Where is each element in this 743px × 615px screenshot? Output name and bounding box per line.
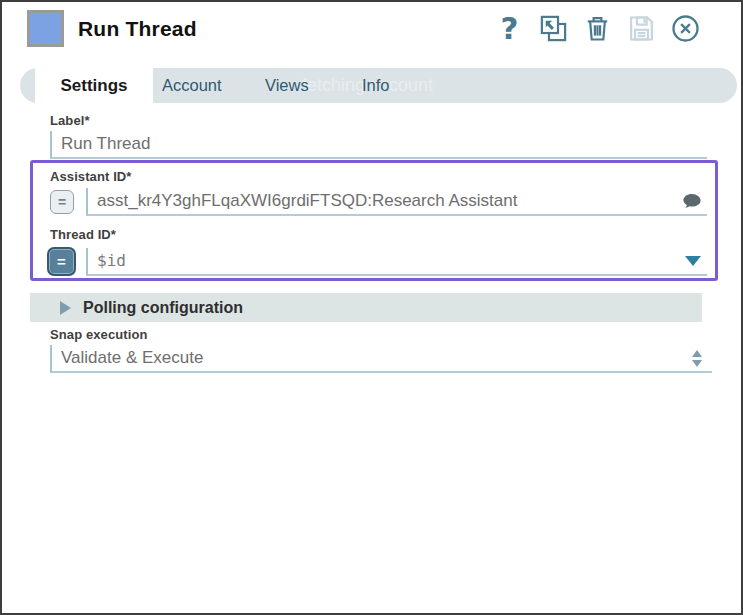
tab-views[interactable]: Views [265, 68, 309, 103]
tab-account[interactable]: Account [162, 68, 222, 103]
tab-bar: fetching account Settings Account Views … [20, 68, 737, 103]
polling-configuration-section[interactable]: Polling configuration [30, 293, 702, 322]
highlight-box: Assistant ID* = asst_kr4Y3ghFLqaXWI6grdi… [30, 160, 718, 281]
assistant-id-row: = asst_kr4Y3ghFLqaXWI6grdiFTSQD:Research… [50, 187, 707, 217]
snap-execution-value: Validate & Execute [61, 348, 203, 368]
expand-caret-icon [60, 301, 71, 315]
assistant-id-input[interactable]: asst_kr4Y3ghFLqaXWI6grdiFTSQD:Research A… [86, 188, 707, 216]
thread-id-expression-toggle[interactable]: = [47, 247, 76, 276]
thread-id-input[interactable]: $id [86, 248, 707, 276]
header-toolbar: ? [494, 13, 701, 44]
tab-settings[interactable]: Settings [35, 68, 153, 103]
open-reference-icon[interactable] [538, 13, 569, 44]
thread-id-row: = $id [47, 245, 707, 278]
snap-execution-label: Snap execution [50, 327, 147, 342]
suggest-comment-icon[interactable] [681, 191, 703, 218]
snap-execution-select[interactable]: Validate & Execute [50, 345, 712, 373]
snap-icon [27, 10, 64, 47]
thread-id-value: $id [97, 251, 126, 270]
label-field-label: Label* [50, 113, 90, 128]
select-spinner-icon[interactable] [692, 350, 702, 367]
assistant-id-expression-toggle[interactable]: = [50, 190, 74, 214]
label-field-input[interactable]: Run Thread [50, 131, 707, 159]
snap-settings-dialog: Run Thread ? [0, 0, 743, 615]
save-icon[interactable] [626, 13, 657, 44]
thread-id-label: Thread ID* [50, 227, 116, 242]
dialog-header: Run Thread ? [2, 2, 741, 60]
close-icon[interactable] [670, 13, 701, 44]
assistant-id-label: Assistant ID* [50, 169, 132, 184]
chevron-down-icon[interactable] [685, 256, 701, 266]
help-icon[interactable]: ? [494, 13, 525, 44]
polling-configuration-label: Polling configuration [83, 299, 243, 317]
dialog-title: Run Thread [78, 17, 197, 41]
delete-icon[interactable] [582, 13, 613, 44]
tab-info[interactable]: Info [362, 68, 390, 103]
assistant-id-value: asst_kr4Y3ghFLqaXWI6grdiFTSQD:Research A… [97, 191, 517, 211]
